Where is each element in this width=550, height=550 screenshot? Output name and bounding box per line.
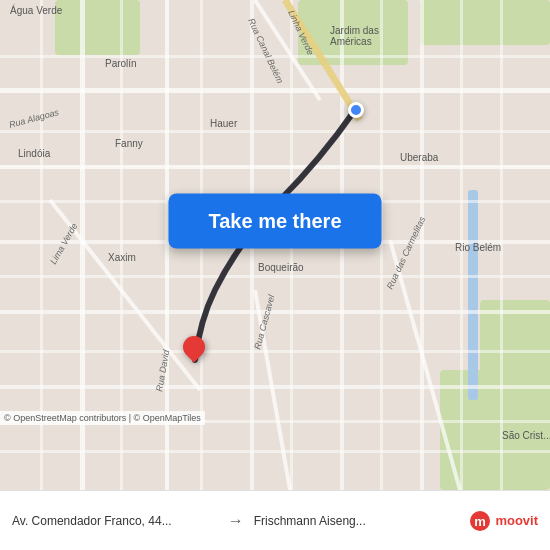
road-v4b <box>380 0 383 490</box>
road-v5b <box>460 0 463 490</box>
take-me-there-button[interactable]: Take me there <box>168 193 381 248</box>
label-hauer: Hauer <box>210 118 237 129</box>
map-container: Água Verde Parolín Lindóia Fanny Hauer U… <box>0 0 550 490</box>
origin-marker <box>183 336 205 358</box>
moovit-icon: m <box>469 510 491 532</box>
label-lindoia: Lindóia <box>18 148 50 159</box>
to-location: Frischmann Aiseng... <box>254 514 460 528</box>
road-v6 <box>500 0 503 490</box>
road-v5 <box>420 0 424 490</box>
green-area-agua-verde <box>55 0 140 55</box>
arrow-icon: → <box>218 512 254 530</box>
pin-head <box>178 331 209 362</box>
from-location: Av. Comendador Franco, 44... <box>12 514 218 528</box>
river-belem <box>468 190 478 400</box>
green-area-cajuru <box>420 0 550 45</box>
moovit-logo: m moovit <box>469 510 538 532</box>
svg-text:m: m <box>475 514 487 529</box>
map-attribution: © OpenStreetMap contributors | © OpenMap… <box>0 411 205 425</box>
bottom-bar: Av. Comendador Franco, 44... → Frischman… <box>0 490 550 550</box>
svg-line-3 <box>255 290 290 490</box>
label-boqueirao: Boqueirão <box>258 262 304 273</box>
road-label-cascavel: Rua Cascavel <box>252 293 276 351</box>
road-label-alagoas: Rua Alagoas <box>8 107 61 130</box>
destination-marker <box>348 102 364 118</box>
moovit-text: moovit <box>495 513 538 528</box>
